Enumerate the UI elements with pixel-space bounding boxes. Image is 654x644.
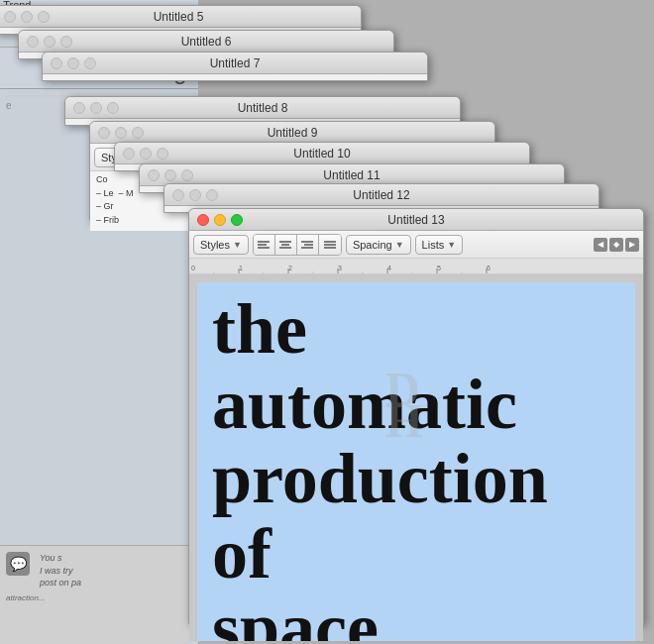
tl2-win12[interactable]	[189, 189, 201, 201]
tl1-win6[interactable]	[27, 36, 39, 48]
titlebar-13: Untitled 13	[189, 209, 643, 231]
tl3-win9[interactable]	[132, 127, 144, 139]
tl1-win5[interactable]	[4, 11, 16, 23]
traffic-lights-7	[51, 57, 96, 69]
titlebar-5: Untitled 5	[0, 6, 361, 28]
lists-btn-13[interactable]: Lists ▼	[415, 235, 464, 255]
tl2-win7[interactable]	[67, 57, 79, 69]
tl-max-13[interactable]	[231, 214, 243, 226]
tl3-win6[interactable]	[60, 36, 72, 48]
titlebar-12: Untitled 12	[164, 184, 599, 206]
tl1-win10[interactable]	[123, 148, 135, 160]
tl2-win10[interactable]	[140, 148, 152, 160]
title-7: Untitled 7	[210, 56, 261, 70]
ruler-13: 0 1 2 3 4 5 6	[189, 259, 643, 274]
ruler-svg-13: 0 1 2 3 4 5 6	[189, 259, 643, 274]
tl2-win6[interactable]	[44, 36, 55, 48]
tl3-win8[interactable]	[107, 102, 119, 114]
titlebar-7: Untitled 7	[43, 53, 427, 74]
tl3-win5[interactable]	[38, 11, 50, 23]
tl3-win10[interactable]	[157, 148, 168, 160]
tl1-win8[interactable]	[73, 102, 85, 114]
tl-close-13[interactable]	[197, 214, 209, 226]
tl3-win7[interactable]	[84, 57, 96, 69]
svg-text:5: 5	[437, 265, 441, 271]
title-12: Untitled 12	[353, 188, 409, 202]
toolbar-win13: Styles ▼ Spacing ▼ Lists ▼ ◀	[189, 231, 643, 259]
align-buttons-13	[253, 234, 342, 256]
tl1-win12[interactable]	[172, 189, 184, 201]
tl2-win5[interactable]	[21, 11, 33, 23]
comment-text: You s I was try post on pa	[40, 552, 81, 590]
svg-text:3: 3	[338, 265, 342, 271]
styles-btn-13[interactable]: Styles ▼	[193, 235, 249, 255]
svg-text:6: 6	[487, 265, 490, 271]
tl3-win11[interactable]	[181, 169, 193, 181]
lists-arrow-13: ▼	[447, 240, 456, 250]
spacing-arrow-13: ▼	[395, 240, 404, 250]
window-untitled-7: Untitled 7	[42, 52, 428, 81]
bottom-comment-panel: 💬 You s I was try post on pa attraction.…	[0, 545, 188, 644]
svg-text:4: 4	[387, 265, 391, 271]
titlebar-8: Untitled 8	[65, 97, 460, 119]
svg-text:2: 2	[288, 265, 292, 271]
title-5: Untitled 5	[154, 10, 204, 24]
align-center-13[interactable]	[275, 235, 297, 255]
traffic-lights-13	[197, 214, 243, 226]
tl1-win7[interactable]	[51, 57, 62, 69]
align-right-13[interactable]	[297, 235, 319, 255]
selected-text-block: the automatic production of space	[197, 282, 635, 641]
title-10: Untitled 10	[293, 147, 350, 161]
traffic-lights-8	[73, 102, 119, 114]
window-untitled-13: Untitled 13 Styles ▼ Spacing ▼ Li	[188, 208, 644, 624]
traffic-lights-11	[148, 169, 193, 181]
svg-rect-12	[189, 259, 643, 274]
title-9: Untitled 9	[268, 126, 318, 140]
nav-right-13[interactable]: ▶	[625, 238, 639, 252]
title-13: Untitled 13	[387, 213, 444, 227]
title-11: Untitled 11	[323, 168, 380, 182]
nav-arrows-13: ◀ ◆ ▶	[594, 238, 639, 252]
titlebar-6: Untitled 6	[19, 31, 393, 53]
tl1-win11[interactable]	[148, 169, 160, 181]
tl3-win12[interactable]	[206, 189, 218, 201]
tl2-win8[interactable]	[90, 102, 102, 114]
content-area-13[interactable]: D H the automatic production of space p	[189, 274, 643, 641]
comment-icon: 💬	[6, 552, 30, 576]
titlebar-9: Untitled 9	[90, 122, 494, 144]
selected-line3: space	[212, 591, 620, 641]
styles-arrow-13: ▼	[233, 240, 242, 250]
traffic-lights-10	[123, 148, 168, 160]
traffic-lights-9	[98, 127, 144, 139]
title-8: Untitled 8	[238, 101, 288, 115]
svg-text:1: 1	[239, 265, 243, 271]
align-justify-13[interactable]	[319, 235, 341, 255]
tl-min-13[interactable]	[214, 214, 226, 226]
align-left-13[interactable]	[254, 235, 275, 255]
selected-line1: the automatic	[212, 292, 620, 442]
traffic-lights-5	[4, 11, 50, 23]
tl2-win9[interactable]	[115, 127, 127, 139]
selected-line2: production of	[212, 442, 620, 591]
tl1-win9[interactable]	[98, 127, 110, 139]
traffic-lights-6	[27, 36, 72, 48]
svg-text:0: 0	[191, 265, 195, 271]
titlebar-10: Untitled 10	[115, 143, 529, 164]
title-6: Untitled 6	[181, 35, 232, 49]
nav-diamond-13[interactable]: ◆	[609, 238, 623, 252]
spacing-btn-13[interactable]: Spacing ▼	[346, 235, 411, 255]
nav-left-13[interactable]: ◀	[594, 238, 607, 252]
traffic-lights-12	[172, 189, 218, 201]
tl2-win11[interactable]	[164, 169, 176, 181]
